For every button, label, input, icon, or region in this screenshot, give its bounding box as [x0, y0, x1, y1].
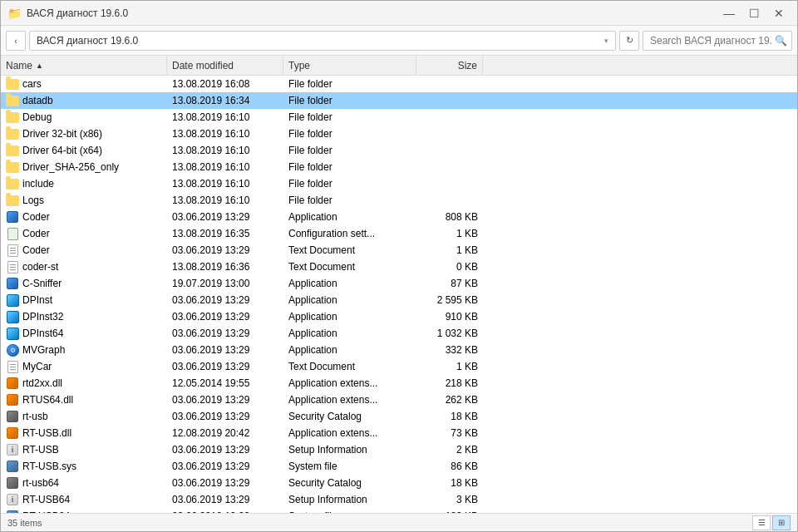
search-input[interactable]: [643, 31, 792, 51]
sys-icon: [7, 461, 18, 472]
file-icon-wrapper: [6, 327, 19, 340]
file-date-cell: 03.06.2019 13:29: [167, 209, 283, 225]
address-dropdown-icon[interactable]: ▾: [604, 37, 608, 45]
file-name: cars: [22, 78, 42, 90]
file-name: C-Sniffer: [22, 278, 62, 289]
file-name: MVGraph: [22, 344, 65, 356]
file-row[interactable]: i RT-USB64 03.06.2019 13:29 Setup Inform…: [1, 491, 797, 508]
column-header-type[interactable]: Type: [283, 56, 416, 75]
file-type-cell: Setup Information: [283, 441, 416, 458]
inf-icon: i: [7, 444, 18, 456]
folder-icon: [6, 162, 19, 173]
title-bar-controls: — ☐ ✕: [717, 3, 791, 23]
file-date-cell: 03.06.2019 13:29: [167, 308, 283, 325]
file-date-cell: 03.06.2019 13:29: [167, 408, 283, 425]
file-icon-wrapper: [6, 77, 19, 91]
file-name: Debug: [22, 111, 52, 123]
file-row[interactable]: RT-USB.dll 12.08.2019 20:42 Application …: [1, 425, 797, 441]
item-count: 35 items: [7, 518, 42, 528]
file-name: Coder: [22, 211, 50, 223]
file-icon-wrapper: [6, 210, 19, 224]
file-date-cell: 03.06.2019 13:29: [167, 342, 283, 358]
file-name: RT-USB64: [22, 494, 70, 505]
file-type-cell: Application extens...: [283, 392, 416, 408]
file-date-cell: 03.06.2019 13:29: [167, 491, 283, 508]
dll-icon: [7, 394, 18, 406]
file-row[interactable]: MyCar 03.06.2019 13:29 Text Document 1 K…: [1, 358, 797, 375]
file-row[interactable]: Coder 13.08.2019 16:35 Configuration set…: [1, 225, 797, 242]
file-name-cell: C-Sniffer: [1, 275, 167, 292]
file-row[interactable]: Driver 64-bit (x64) 13.08.2019 16:10 Fil…: [1, 142, 797, 159]
file-row[interactable]: Driver 32-bit (x86) 13.08.2019 16:10 Fil…: [1, 126, 797, 142]
file-name-cell: rtd2xx.dll: [1, 375, 167, 392]
column-header-size[interactable]: Size: [416, 56, 483, 75]
file-name: Coder: [22, 228, 50, 239]
file-row[interactable]: Coder 03.06.2019 13:29 Application 808 K…: [1, 209, 797, 225]
close-button[interactable]: ✕: [767, 3, 791, 23]
file-list[interactable]: cars 13.08.2019 16:08 File folder datadb…: [1, 76, 797, 513]
file-date-cell: 13.08.2019 16:36: [167, 259, 283, 275]
file-row[interactable]: ⚙ MVGraph 03.06.2019 13:29 Application 3…: [1, 342, 797, 358]
file-row[interactable]: rt-usb 03.06.2019 13:29 Security Catalog…: [1, 408, 797, 425]
file-header: Name ▲ Date modified Type Size: [1, 56, 797, 76]
file-icon-wrapper: [6, 426, 19, 440]
minimize-button[interactable]: —: [717, 3, 741, 23]
gear-exe-icon: ⚙: [7, 344, 19, 357]
file-row[interactable]: include 13.08.2019 16:10 File folder: [1, 175, 797, 192]
file-size-cell: 1 032 KB: [416, 325, 483, 342]
file-row[interactable]: RTUS64.dll 03.06.2019 13:29 Application …: [1, 392, 797, 408]
file-row[interactable]: rt-usb64 03.06.2019 13:29 Security Catal…: [1, 475, 797, 491]
file-size-cell: 86 KB: [416, 458, 483, 475]
column-header-date[interactable]: Date modified: [167, 56, 283, 75]
file-name: RT-USB.sys: [22, 461, 76, 472]
file-type-cell: Text Document: [283, 259, 416, 275]
view-details-button[interactable]: ⊞: [772, 515, 791, 530]
file-row[interactable]: RT-USB.sys 03.06.2019 13:29 System file …: [1, 458, 797, 475]
file-type-cell: Configuration sett...: [283, 225, 416, 242]
file-type-cell: Text Document: [283, 242, 416, 259]
file-type-cell: Application extens...: [283, 375, 416, 392]
file-size-cell: [416, 109, 483, 126]
file-name: include: [22, 178, 54, 190]
file-size-cell: [416, 159, 483, 175]
column-header-name[interactable]: Name ▲: [1, 56, 167, 75]
file-row[interactable]: i RT-USB 03.06.2019 13:29 Setup Informat…: [1, 441, 797, 458]
file-row[interactable]: coder-st 13.08.2019 16:36 Text Document …: [1, 259, 797, 275]
file-type-cell: System file: [283, 458, 416, 475]
address-path[interactable]: ВАСЯ диагност 19.6.0 ▾: [29, 31, 616, 51]
file-type-cell: Application: [283, 342, 416, 358]
file-size-cell: 1 KB: [416, 242, 483, 259]
file-size-cell: 910 KB: [416, 308, 483, 325]
file-date-cell: 13.08.2019 16:08: [167, 76, 283, 92]
back-button[interactable]: ‹: [6, 31, 26, 51]
file-row[interactable]: DPInst32 03.06.2019 13:29 Application 91…: [1, 308, 797, 325]
file-row[interactable]: datadb 13.08.2019 16:34 File folder: [1, 92, 797, 109]
file-date-cell: 03.06.2019 13:29: [167, 441, 283, 458]
file-type-cell: Security Catalog: [283, 408, 416, 425]
file-row[interactable]: Debug 13.08.2019 16:10 File folder: [1, 109, 797, 126]
file-size-cell: 2 595 KB: [416, 292, 483, 308]
file-row[interactable]: DPInst64 03.06.2019 13:29 Application 1 …: [1, 325, 797, 342]
file-date-cell: 03.06.2019 13:29: [167, 392, 283, 408]
maximize-button[interactable]: ☐: [742, 3, 766, 23]
file-row[interactable]: DPInst 03.06.2019 13:29 Application 2 59…: [1, 292, 797, 308]
file-size-cell: 1 KB: [416, 225, 483, 242]
file-date-cell: 13.08.2019 16:10: [167, 126, 283, 142]
file-date-cell: 03.06.2019 13:29: [167, 292, 283, 308]
address-bar: ‹ ВАСЯ диагност 19.6.0 ▾ ↻ 🔍: [1, 26, 797, 56]
file-icon-wrapper: [6, 111, 19, 124]
file-row[interactable]: rtd2xx.dll 12.05.2014 19:55 Application …: [1, 375, 797, 392]
file-date-cell: 13.08.2019 16:10: [167, 175, 283, 192]
file-date-cell: 13.08.2019 16:10: [167, 142, 283, 159]
file-row[interactable]: cars 13.08.2019 16:08 File folder: [1, 76, 797, 92]
folder-icon: [6, 96, 19, 106]
file-type-cell: Application: [283, 275, 416, 292]
file-row[interactable]: Coder 03.06.2019 13:29 Text Document 1 K…: [1, 242, 797, 259]
refresh-button[interactable]: ↻: [619, 31, 639, 51]
view-list-button[interactable]: ☰: [752, 515, 771, 530]
file-row[interactable]: C-Sniffer 19.07.2019 13:00 Application 8…: [1, 275, 797, 292]
file-name-cell: RTUS64.dll: [1, 392, 167, 408]
file-row[interactable]: Driver_SHA-256_only 13.08.2019 16:10 Fil…: [1, 159, 797, 175]
file-row[interactable]: Logs 13.08.2019 16:10 File folder: [1, 192, 797, 209]
search-container: 🔍: [643, 31, 792, 51]
